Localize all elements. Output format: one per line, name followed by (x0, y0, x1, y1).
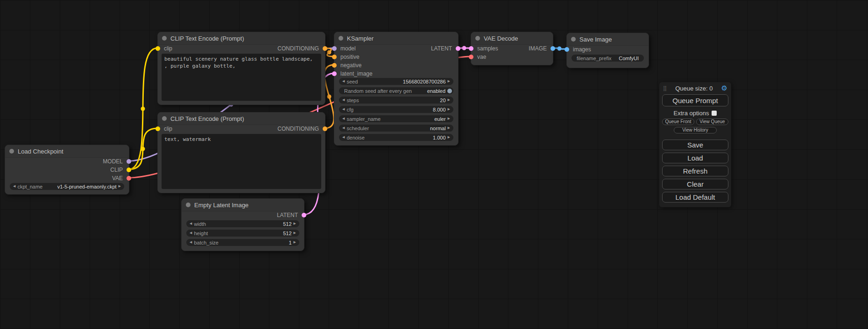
decrement-arrow-icon[interactable]: ◀ (13, 185, 15, 188)
load-checkpoint-output-model[interactable]: MODEL (103, 157, 129, 166)
image-slot-dot[interactable] (565, 47, 569, 52)
latent-slot-dot[interactable] (469, 46, 473, 51)
node-title-bar[interactable]: KSampler (334, 32, 458, 45)
clear-button[interactable]: Clear (662, 179, 728, 189)
menu-drag-handle-icon[interactable]: ⣿ (663, 86, 667, 91)
increment-arrow-icon[interactable]: ▶ (448, 108, 450, 111)
decrement-arrow-icon[interactable]: ◀ (342, 136, 345, 139)
model-slot-dot[interactable] (332, 46, 337, 51)
clip-positive-input-clip[interactable]: clip (158, 44, 172, 53)
node-save-image[interactable]: Save Image images filename_prefix ComfyU… (566, 33, 649, 68)
clip-slot-dot[interactable] (155, 126, 160, 131)
decrement-arrow-icon[interactable]: ◀ (190, 231, 192, 235)
view-queue-button[interactable]: View Queue (696, 119, 728, 125)
empty-latent-output-latent[interactable]: LATENT (277, 211, 304, 219)
clip-negative-input-clip[interactable]: clip (158, 125, 172, 133)
increment-arrow-icon[interactable]: ▶ (119, 185, 121, 188)
load-checkpoint-output-vae[interactable]: VAE (112, 174, 129, 182)
batch-size-widget[interactable]: ◀ batch_size 1 ▶ (186, 239, 299, 246)
denoise-widget[interactable]: ◀ denoise 1.000 ▶ (339, 134, 453, 141)
scheduler-widget[interactable]: ◀ scheduler normal ▶ (339, 125, 453, 132)
load-checkpoint-output-clip[interactable]: CLIP (110, 166, 129, 174)
clip-positive-output-conditioning[interactable]: CONDITIONING (277, 44, 325, 53)
model-slot-dot[interactable] (127, 159, 131, 164)
node-title-bar[interactable]: VAE Decode (471, 32, 553, 45)
node-title-bar[interactable]: CLIP Text Encode (Prompt) (158, 112, 325, 125)
latent-slot-dot[interactable] (456, 46, 460, 51)
node-ksampler[interactable]: KSampler model positive negative latent_… (334, 32, 459, 146)
refresh-button[interactable]: Refresh (662, 166, 728, 176)
ksampler-output-latent[interactable]: LATENT (431, 44, 458, 53)
increment-arrow-icon[interactable]: ▶ (294, 231, 296, 235)
node-clip-text-encode-negative[interactable]: CLIP Text Encode (Prompt) clip CONDITION… (157, 112, 325, 193)
node-title-bar[interactable]: Save Image (567, 33, 649, 46)
sampler-name-widget[interactable]: ◀ sampler_name euler ▶ (339, 115, 453, 122)
image-slot-dot[interactable] (550, 46, 555, 51)
positive-prompt-textarea[interactable]: beautiful scenery nature glass bottle la… (162, 54, 321, 101)
decrement-arrow-icon[interactable]: ◀ (342, 126, 345, 130)
queue-prompt-button[interactable]: Queue Prompt (662, 94, 728, 106)
increment-arrow-icon[interactable]: ▶ (294, 241, 296, 244)
ksampler-input-negative[interactable]: negative (334, 61, 361, 70)
ksampler-input-model[interactable]: model (334, 44, 356, 53)
vae-decode-input-samples[interactable]: samples (471, 44, 498, 53)
collapse-dot-icon[interactable] (571, 37, 576, 42)
vae-slot-dot[interactable] (469, 55, 473, 59)
latent-slot-dot[interactable] (302, 213, 306, 217)
toggle-knob-icon[interactable] (447, 89, 452, 93)
vae-decode-output-image[interactable]: IMAGE (529, 44, 553, 53)
collapse-dot-icon[interactable] (186, 203, 191, 207)
node-title-bar[interactable]: Load Checkpoint (5, 145, 129, 158)
save-image-input-images[interactable]: images (567, 45, 591, 54)
conditioning-slot-dot[interactable] (323, 126, 327, 131)
decrement-arrow-icon[interactable]: ◀ (190, 241, 192, 244)
negative-prompt-textarea[interactable]: text, watermark (162, 134, 321, 189)
clip-negative-output-conditioning[interactable]: CONDITIONING (277, 125, 325, 133)
view-history-button[interactable]: View History (674, 127, 717, 133)
latent-slot-dot[interactable] (332, 71, 337, 76)
node-empty-latent-image[interactable]: Empty Latent Image LATENT ◀ width 512 ▶ … (181, 198, 304, 251)
conditioning-slot-dot[interactable] (323, 46, 327, 51)
ckpt-name-widget[interactable]: ◀ ckpt_name v1-5-pruned-emaonly.ckpt ▶ (10, 183, 124, 190)
load-default-button[interactable]: Load Default (662, 192, 728, 203)
ksampler-input-latent-image[interactable]: latent_image (334, 70, 373, 78)
decrement-arrow-icon[interactable]: ◀ (342, 98, 345, 102)
seed-widget[interactable]: ◀ seed 156680208700286 ▶ (339, 78, 453, 85)
ksampler-input-positive[interactable]: positive (334, 53, 360, 61)
decrement-arrow-icon[interactable]: ◀ (342, 117, 345, 120)
vae-slot-dot[interactable] (127, 176, 131, 181)
save-button[interactable]: Save (662, 140, 728, 150)
cfg-widget[interactable]: ◀ cfg 8.000 ▶ (339, 106, 453, 113)
decrement-arrow-icon[interactable]: ◀ (342, 108, 345, 111)
increment-arrow-icon[interactable]: ▶ (448, 80, 450, 83)
node-vae-decode[interactable]: VAE Decode samples vae IMAGE (471, 32, 553, 65)
random-seed-toggle-widget[interactable]: Random seed after every gen enabled (339, 87, 453, 94)
collapse-dot-icon[interactable] (475, 36, 480, 41)
height-widget[interactable]: ◀ height 512 ▶ (186, 230, 299, 237)
node-title-bar[interactable]: Empty Latent Image (182, 199, 304, 211)
load-button[interactable]: Load (662, 153, 728, 163)
conditioning-slot-dot[interactable] (332, 55, 337, 59)
filename-prefix-widget[interactable]: filename_prefix ComfyUI (572, 55, 644, 62)
node-load-checkpoint[interactable]: Load Checkpoint MODEL CLIP VAE ◀ ckpt_na… (5, 145, 129, 195)
steps-widget[interactable]: ◀ steps 20 ▶ (339, 97, 453, 104)
increment-arrow-icon[interactable]: ▶ (448, 136, 450, 139)
collapse-dot-icon[interactable] (162, 36, 167, 41)
clip-slot-dot[interactable] (127, 168, 131, 172)
collapse-dot-icon[interactable] (162, 116, 167, 121)
collapse-dot-icon[interactable] (9, 149, 14, 154)
collapse-dot-icon[interactable] (339, 36, 343, 41)
increment-arrow-icon[interactable]: ▶ (294, 222, 296, 225)
decrement-arrow-icon[interactable]: ◀ (342, 80, 345, 83)
width-widget[interactable]: ◀ width 512 ▶ (186, 220, 299, 227)
node-clip-text-encode-positive[interactable]: CLIP Text Encode (Prompt) clip CONDITION… (157, 32, 325, 105)
clip-slot-dot[interactable] (155, 46, 160, 51)
increment-arrow-icon[interactable]: ▶ (448, 117, 450, 120)
increment-arrow-icon[interactable]: ▶ (448, 126, 450, 130)
conditioning-slot-dot[interactable] (332, 63, 337, 68)
extra-options-checkbox[interactable] (712, 111, 717, 116)
increment-arrow-icon[interactable]: ▶ (448, 98, 450, 102)
decrement-arrow-icon[interactable]: ◀ (190, 222, 192, 225)
node-title-bar[interactable]: CLIP Text Encode (Prompt) (158, 32, 325, 45)
vae-decode-input-vae[interactable]: vae (471, 53, 486, 61)
